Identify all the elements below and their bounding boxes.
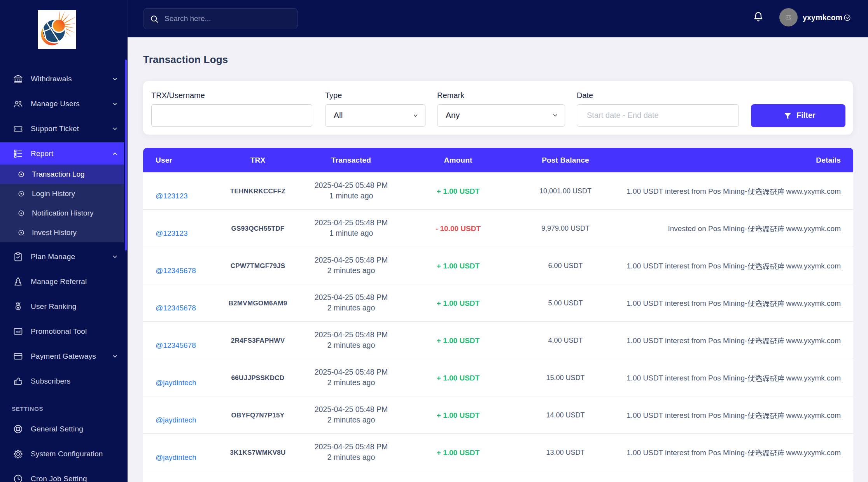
svg-text:Ad: Ad [16, 330, 21, 333]
